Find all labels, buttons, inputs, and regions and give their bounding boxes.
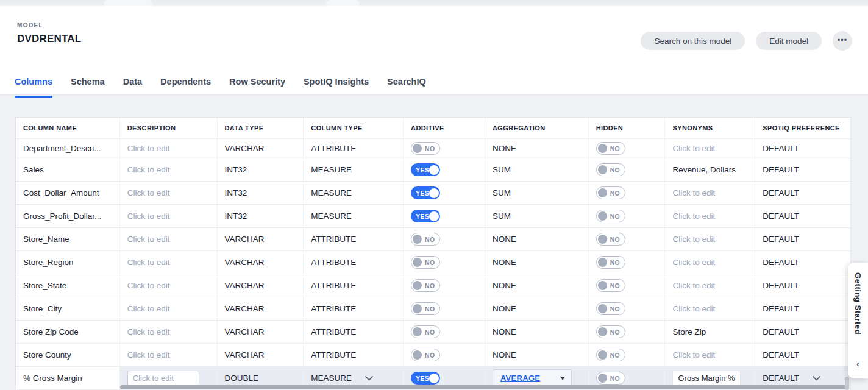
hidden-toggle[interactable]: NO <box>596 186 625 199</box>
column-type-cell: ATTRIBUTE <box>304 251 404 274</box>
additive-toggle[interactable]: YES <box>411 372 440 385</box>
synonyms-placeholder[interactable]: Click to edit <box>672 281 715 290</box>
additive-toggle[interactable]: YES <box>411 210 440 222</box>
table-row[interactable]: Store_StateClick to editVARCHARATTRIBUTE… <box>16 274 850 297</box>
edit-model-button[interactable]: Edit model <box>756 32 822 50</box>
spotiq-preference-cell: DEFAULT <box>755 205 850 227</box>
toggle-label: YES <box>416 190 429 197</box>
hidden-toggle[interactable]: NO <box>596 256 625 269</box>
description-placeholder[interactable]: Click to edit <box>127 235 170 244</box>
hidden-toggle[interactable]: NO <box>596 142 625 155</box>
table-row[interactable]: Cost_Dollar_AmountClick to editINT32MEAS… <box>16 181 850 204</box>
table-row[interactable]: Department_Descri...Click to editVARCHAR… <box>16 138 850 158</box>
chevron-left-icon[interactable]: ‹ <box>856 358 859 369</box>
column-name-cell: % Gross Margin <box>16 367 120 389</box>
tab-data[interactable]: Data <box>123 77 142 98</box>
description-placeholder[interactable]: Click to edit <box>127 281 170 290</box>
additive-toggle[interactable]: NO <box>411 142 440 155</box>
hidden-toggle[interactable]: NO <box>596 210 625 222</box>
table-row[interactable]: Gross_Profit_Dollar...Click to editINT32… <box>16 204 850 227</box>
tab-spotiq-insights[interactable]: SpotIQ Insights <box>304 77 369 98</box>
toggle-label: NO <box>610 282 620 289</box>
additive-toggle[interactable]: NO <box>411 325 440 338</box>
tab-columns[interactable]: Columns <box>15 77 52 98</box>
synonyms-placeholder[interactable]: Click to edit <box>672 144 715 153</box>
description-placeholder[interactable]: Click to edit <box>127 144 170 153</box>
data-type-text: VARCHAR <box>225 144 265 153</box>
toggle-knob <box>413 281 422 290</box>
toggle-knob <box>413 304 422 313</box>
description-placeholder[interactable]: Click to edit <box>127 188 170 197</box>
additive-toggle[interactable]: YES <box>411 163 440 176</box>
page-title: DVDRENTAL <box>17 33 81 45</box>
vertical-scrollbar[interactable] <box>845 377 849 390</box>
toggle-knob <box>598 304 607 313</box>
description-placeholder[interactable]: Click to edit <box>127 350 170 360</box>
horizontal-scrollbar[interactable] <box>120 385 846 389</box>
hidden-toggle[interactable]: NO <box>596 233 625 246</box>
additive-toggle[interactable]: NO <box>411 349 440 361</box>
table-row[interactable]: Store Zip CodeClick to editVARCHARATTRIB… <box>16 320 850 343</box>
synonyms-placeholder[interactable]: Click to edit <box>672 350 715 360</box>
table-row[interactable]: Store_RegionClick to editVARCHARATTRIBUT… <box>16 250 850 274</box>
spotiq-preference-text: DEFAULT <box>763 350 799 360</box>
hidden-toggle[interactable]: NO <box>596 349 625 361</box>
additive-toggle[interactable]: NO <box>411 233 440 246</box>
column-type-text: ATTRIBUTE <box>311 281 356 290</box>
chevron-down-icon[interactable] <box>365 376 373 381</box>
synonyms-text[interactable]: Store Zip <box>672 327 706 336</box>
description-placeholder[interactable]: Click to edit <box>127 258 170 267</box>
tab-dependents[interactable]: Dependents <box>160 77 211 98</box>
spotiq-preference-cell: DEFAULT <box>755 182 850 204</box>
tab-schema[interactable]: Schema <box>71 77 105 98</box>
table-row[interactable]: Store_CityClick to editVARCHARATTRIBUTEN… <box>16 297 850 320</box>
chevron-down-icon[interactable] <box>813 376 820 381</box>
additive-toggle[interactable]: NO <box>411 279 440 292</box>
description-input[interactable]: Click to edit <box>127 370 199 386</box>
hidden-toggle[interactable]: NO <box>596 372 625 385</box>
synonyms-placeholder[interactable]: Click to edit <box>672 304 715 313</box>
spotiq-preference-cell: DEFAULT <box>755 228 850 250</box>
column-type-text: MEASURE <box>311 374 352 383</box>
description-placeholder[interactable]: Click to edit <box>127 211 170 221</box>
column-name-text: Cost_Dollar_Amount <box>23 188 99 197</box>
column-type-cell: MEASURE <box>304 205 404 227</box>
toggle-label: NO <box>610 328 620 336</box>
aggregation-link[interactable]: AVERAGE <box>500 374 540 383</box>
synonyms-text[interactable]: Revenue, Dollars <box>672 165 736 174</box>
synonyms-cell: Store Zip <box>665 321 755 343</box>
synonyms-placeholder[interactable]: Click to edit <box>672 235 715 244</box>
description-placeholder[interactable]: Click to edit <box>127 304 170 313</box>
column-type-cell: ATTRIBUTE <box>304 321 404 343</box>
hidden-toggle[interactable]: NO <box>596 325 625 338</box>
tab-row-security[interactable]: Row Security <box>229 77 285 98</box>
toggle-label: NO <box>610 259 620 266</box>
hidden-toggle[interactable]: NO <box>596 163 625 176</box>
additive-toggle[interactable]: NO <box>411 302 440 315</box>
synonyms-placeholder[interactable]: Click to edit <box>672 258 715 267</box>
synonyms-placeholder[interactable]: Click to edit <box>672 188 715 197</box>
tab-searchiq[interactable]: SearchIQ <box>387 77 426 98</box>
description-placeholder[interactable]: Click to edit <box>127 165 170 174</box>
more-options-button[interactable]: ••• <box>833 31 852 51</box>
column-name-cell: Cost_Dollar_Amount <box>16 182 120 204</box>
toggle-label: YES <box>416 166 429 174</box>
table-row[interactable]: Store_NameClick to editVARCHARATTRIBUTEN… <box>16 227 850 250</box>
additive-toggle[interactable]: NO <box>411 256 440 269</box>
synonyms-placeholder[interactable]: Click to edit <box>672 211 715 221</box>
column-name-text: Gross_Profit_Dollar... <box>23 211 101 221</box>
additive-toggle[interactable]: YES <box>411 186 440 199</box>
search-on-model-button[interactable]: Search on this model <box>641 32 745 50</box>
synonyms-input[interactable]: Gross Margin % <box>672 370 741 386</box>
description-placeholder[interactable]: Click to edit <box>127 327 170 336</box>
hidden-toggle[interactable]: NO <box>596 302 625 315</box>
description-cell: Click to edit <box>120 251 218 274</box>
getting-started-tab[interactable]: Getting Started ‹ <box>848 263 868 378</box>
table-row[interactable]: Store CountyClick to editVARCHARATTRIBUT… <box>16 343 850 366</box>
hidden-toggle[interactable]: NO <box>596 279 625 292</box>
aggregation-cell: NONE <box>485 139 589 158</box>
table-row[interactable]: SalesClick to editINT32MEASUREYESSUMNORe… <box>16 158 850 181</box>
column-name-text: Store_Region <box>23 258 74 267</box>
toggle-label: NO <box>610 190 620 197</box>
aggregation-dropdown[interactable]: AVERAGE <box>493 369 572 388</box>
